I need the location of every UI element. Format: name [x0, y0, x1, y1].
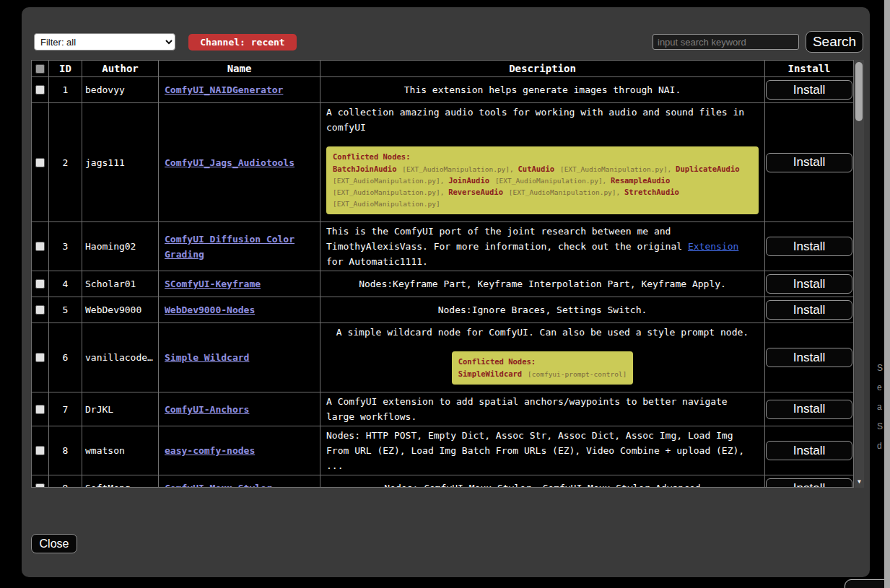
table-row: 9SoftMengComfyUI_Mexx_StylerNodes: Comfy… — [32, 475, 853, 488]
node-name-link[interactable]: ComfyUI Diffusion Color Grading — [165, 232, 314, 262]
install-cell: Install — [765, 426, 853, 475]
description-text: This is the ComfyUI port of the joint re… — [326, 224, 759, 269]
conflict-node: SimpleWildcard — [458, 369, 523, 378]
select-all-checkbox[interactable] — [35, 64, 45, 74]
checkbox-cell — [32, 77, 49, 102]
checkbox-cell — [32, 475, 49, 488]
description-text: Nodes: HTTP POST, Empty Dict, Assoc Str,… — [326, 428, 759, 473]
description-text: A ComfyUI extension to add spatial ancho… — [326, 394, 759, 424]
install-button[interactable]: Install — [766, 153, 852, 172]
author-text: vanillacode314 — [85, 352, 155, 363]
filter-select[interactable]: Filter: all — [34, 33, 175, 51]
conflict-node: BatchJoinAudio — [333, 164, 397, 173]
table-header-row: ID Author Name Description Install — [32, 61, 853, 77]
description-segment: A ComfyUI extension to add spatial ancho… — [326, 396, 728, 422]
table-scrollbar[interactable]: ▼ — [855, 60, 864, 488]
install-button[interactable]: Install — [766, 348, 852, 367]
row-id: 3 — [49, 222, 82, 271]
row-name: easy-comfy-nodes — [159, 426, 320, 475]
row-name: ComfyUI_Mexx_Styler — [159, 475, 320, 488]
author-text: SoftMeng — [85, 483, 131, 488]
row-checkbox[interactable] — [35, 405, 45, 414]
description-text: Nodes:Keyframe Part, Keyframe Interpolat… — [359, 276, 726, 291]
description-segment: Nodes:Ignore Braces, Settings Switch. — [438, 304, 647, 315]
conflict-title: Conflicted Nodes: — [333, 152, 752, 162]
background-text-fragment: d — [877, 441, 882, 451]
row-checkbox[interactable] — [35, 483, 45, 488]
row-id: 4 — [49, 271, 82, 297]
author-text: jags111 — [85, 157, 125, 168]
checkbox-cell — [32, 323, 49, 392]
install-button[interactable]: Install — [766, 400, 852, 419]
table-row: 1bedovyyComfyUI_NAIDGeneratorThis extens… — [32, 77, 853, 103]
row-description: A collection amazing audio tools for wor… — [320, 103, 765, 221]
table-row: 8wmatsoneasy-comfy-nodesNodes: HTTP POST… — [32, 426, 853, 475]
row-checkbox[interactable] — [35, 85, 45, 95]
node-name-link[interactable]: ComfyUI_Mexx_Styler — [165, 481, 272, 488]
install-button[interactable]: Install — [766, 441, 852, 460]
row-author: Haoming02 — [82, 222, 159, 271]
node-name-link[interactable]: WebDev9000-Nodes — [165, 302, 255, 317]
install-cell: Install — [765, 222, 853, 271]
description-text: A collection amazing audio tools for wor… — [326, 105, 759, 135]
row-id: 9 — [49, 475, 82, 488]
conflict-ref: [EXT_AudioManipulation.py], — [402, 165, 518, 173]
row-checkbox[interactable] — [35, 242, 45, 251]
install-button[interactable]: Install — [766, 478, 852, 488]
row-checkbox[interactable] — [35, 158, 45, 167]
table-row: 7DrJKLComfyUI-AnchorsA ComfyUI extension… — [32, 392, 853, 426]
install-custom-nodes-dialog: Filter: all Channel: recent Search ID Au… — [22, 7, 870, 577]
row-checkbox[interactable] — [35, 305, 45, 315]
header-checkbox-cell — [32, 61, 49, 76]
node-name-link[interactable]: SComfyUI-Keyframe — [165, 276, 261, 291]
row-name: ComfyUI_Jags_Audiotools — [159, 103, 320, 221]
conflict-ref: [EXT_AudioManipulation.py], — [333, 177, 448, 185]
description-segment: This is the ComfyUI port of the joint re… — [326, 226, 688, 252]
table-scrollbar-thumb[interactable] — [855, 62, 863, 121]
row-description: A simple wildcard node for ComfyUI. Can … — [320, 323, 765, 392]
checkbox-cell — [32, 103, 49, 221]
conflict-box: Conflicted Nodes:SimpleWildcard [comfyui… — [452, 351, 634, 385]
background-text-fragment: S — [877, 421, 883, 431]
search-button[interactable]: Search — [806, 31, 863, 53]
table-row: 4Scholar01SComfyUI-KeyframeNodes:Keyfram… — [32, 271, 853, 297]
node-name-link[interactable]: ComfyUI_Jags_Audiotools — [165, 155, 295, 170]
conflict-node: DuplicateAudio — [676, 164, 740, 173]
partial-background-button[interactable] — [845, 579, 890, 588]
install-button[interactable]: Install — [766, 274, 852, 294]
row-checkbox[interactable] — [35, 353, 45, 362]
header-install: Install — [765, 61, 853, 76]
row-description: This is the ComfyUI port of the joint re… — [320, 222, 765, 271]
row-author: Scholar01 — [82, 271, 159, 297]
install-button[interactable]: Install — [766, 80, 852, 100]
author-text: wmatson — [85, 445, 125, 456]
scroll-down-arrow[interactable]: ▼ — [855, 477, 864, 486]
description-segment: Nodes: ComfyUI Mexx Styler, ComfyUI Mexx… — [384, 483, 700, 488]
close-button[interactable]: Close — [31, 534, 77, 553]
description-segment: A simple wildcard node for ComfyUI. Can … — [336, 327, 749, 338]
node-name-link[interactable]: easy-comfy-nodes — [165, 443, 255, 458]
row-id: 2 — [49, 103, 82, 221]
node-name-link[interactable]: ComfyUI_NAIDGenerator — [165, 82, 283, 97]
install-button[interactable]: Install — [766, 237, 852, 256]
row-checkbox[interactable] — [35, 279, 45, 289]
description-segment: A collection amazing audio tools for wor… — [326, 107, 744, 133]
description-link[interactable]: Extension — [688, 241, 738, 252]
row-checkbox[interactable] — [35, 446, 45, 455]
description-text: This extension helps generate images thr… — [404, 82, 681, 97]
page-scrollbar[interactable] — [884, 0, 890, 588]
header-id: ID — [49, 61, 82, 76]
install-button[interactable]: Install — [766, 300, 852, 320]
author-text: WebDev9000 — [85, 304, 141, 315]
row-description: Nodes: ComfyUI Mexx Styler, ComfyUI Mexx… — [320, 475, 765, 488]
row-description: This extension helps generate images thr… — [320, 77, 765, 102]
node-name-link[interactable]: ComfyUI-Anchors — [165, 402, 249, 417]
checkbox-cell — [32, 222, 49, 271]
row-description: Nodes:Keyframe Part, Keyframe Interpolat… — [320, 271, 765, 297]
table-row: 5WebDev9000WebDev9000-NodesNodes:Ignore … — [32, 297, 853, 323]
search-input[interactable] — [653, 34, 799, 50]
node-name-link[interactable]: Simple Wildcard — [165, 350, 249, 365]
header-description: Description — [320, 61, 765, 76]
description-segment: for Automatic1111. — [326, 256, 428, 267]
conflict-ref: [comfyui-prompt-control] — [528, 370, 627, 378]
